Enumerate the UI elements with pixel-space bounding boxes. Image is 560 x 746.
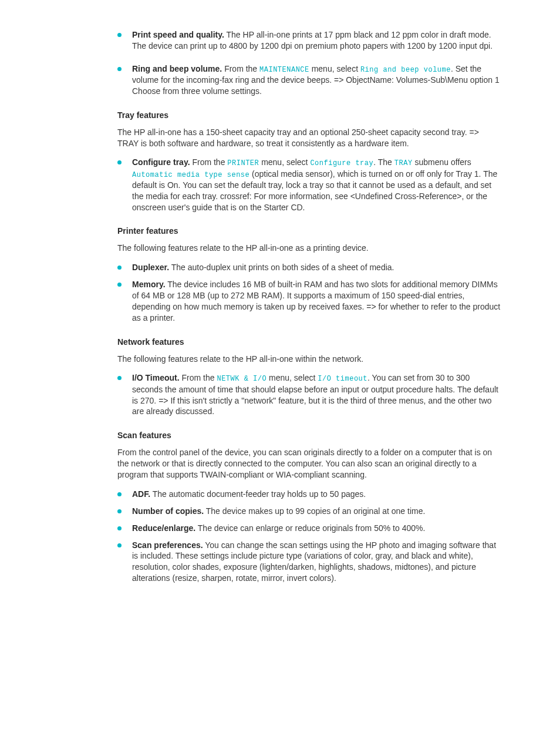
item-text: The device includes 16 MB of built-in RA… [132,280,500,322]
bullet-icon [117,266,122,270]
item-heading: ADF. [132,489,150,499]
item-body: Print speed and quality. The HP all-in-o… [132,29,501,52]
bullet-ring-beep-volume: Ring and beep volume. From the MAINTENAN… [117,63,501,97]
item-body: Number of copies. The device makes up to… [132,506,501,517]
bullet-icon [117,543,122,547]
mono-netwk-io: NETWK & I/O [217,375,266,383]
section-para-scan-features: From the control panel of the device, yo… [117,447,501,480]
item-text: submenu offers [413,157,471,167]
mono-auto-media-sense: Automatic media type sense [132,171,249,179]
item-text: From the [190,157,228,167]
item-body: Configure tray. From the PRINTER menu, s… [132,157,501,213]
mono-printer: PRINTER [227,159,259,167]
mono-ring-beep-volume: Ring and beep volume [360,66,451,74]
mono-io-timeout: I/O timeout [318,375,367,383]
section-heading-scan-features: Scan features [117,430,501,441]
item-body: Scan preferences. You can change the sca… [132,540,501,584]
bullet-memory: Memory. The device includes 16 MB of bui… [117,279,501,324]
document-page: Print speed and quality. The HP all-in-o… [0,0,560,746]
bullet-icon [117,526,122,530]
item-heading: Memory. [132,280,166,289]
item-heading: Reduce/enlarge. [132,523,195,533]
bullet-icon [117,283,122,287]
item-body: Reduce/enlarge. The device can enlarge o… [132,523,501,534]
mono-maintenance: MAINTENANCE [259,66,309,74]
mono-tray: TRAY [394,159,413,167]
bullet-number-of-copies: Number of copies. The device makes up to… [117,506,501,517]
item-text: menu, select [266,373,318,382]
item-text-before: From the [222,64,259,73]
item-body: Duplexer. The auto-duplex unit prints on… [132,262,501,273]
section-para-network-features: The following features relate to the HP … [117,354,501,365]
bullet-io-timeout: I/O Timeout. From the NETWK & I/O menu, … [117,372,501,417]
item-text: The device makes up to 99 copies of an o… [204,506,425,516]
section-heading-printer-features: Printer features [117,226,501,237]
section-para-printer-features: The following features relate to the HP … [117,243,501,254]
bullet-configure-tray: Configure tray. From the PRINTER menu, s… [117,157,501,213]
item-body: ADF. The automatic document-feeder tray … [132,489,501,500]
bullet-adf: ADF. The automatic document-feeder tray … [117,489,501,500]
mono-configure-tray: Configure tray [310,159,373,167]
item-text: The auto-duplex unit prints on both side… [169,263,394,272]
item-heading: Duplexer. [132,263,169,272]
bullet-icon [117,376,122,380]
bullet-reduce-enlarge: Reduce/enlarge. The device can enlarge o… [117,523,501,534]
section-heading-tray-features: Tray features [117,110,501,121]
item-text-mid: menu, select [309,64,360,73]
item-body: Memory. The device includes 16 MB of bui… [132,279,501,324]
section-para-tray-features: The HP all-in-one has a 150-sheet capaci… [117,127,501,149]
scan-feature-list: ADF. The automatic document-feeder tray … [117,489,501,584]
item-text: The automatic document-feeder tray holds… [150,489,366,499]
bullet-icon [117,160,122,164]
item-body: Ring and beep volume. From the MAINTENAN… [132,63,501,97]
item-heading: Configure tray. [132,157,190,167]
item-heading: I/O Timeout. [132,373,180,382]
bullet-duplexer: Duplexer. The auto-duplex unit prints on… [117,262,501,273]
item-heading: Ring and beep volume. [132,64,222,73]
item-body: I/O Timeout. From the NETWK & I/O menu, … [132,372,501,417]
item-heading: Scan preferences. [132,540,203,550]
item-heading: Number of copies. [132,506,204,516]
section-heading-network-features: Network features [117,337,501,348]
bullet-scan-preferences: Scan preferences. You can change the sca… [117,540,501,584]
item-text: The device can enlarge or reduce origina… [195,523,425,533]
bullet-icon [117,33,122,37]
bullet-print-speed: Print speed and quality. The HP all-in-o… [117,29,501,52]
item-text: menu, select [259,157,310,167]
bullet-icon [117,509,122,513]
bullet-icon [117,67,122,71]
item-text: . The [373,157,394,167]
item-text: From the [180,373,217,382]
bullet-icon [117,492,122,496]
item-heading: Print speed and quality. [132,30,224,39]
